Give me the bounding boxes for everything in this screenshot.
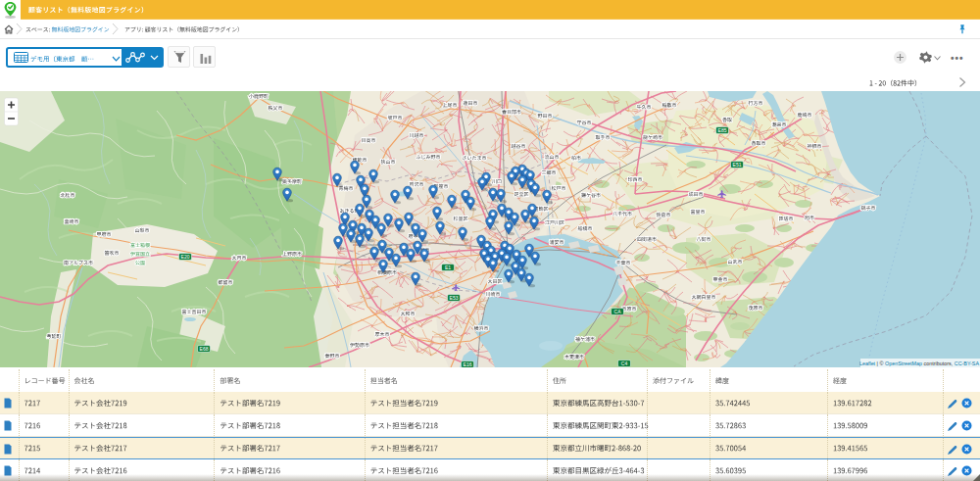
- svg-text:E1: E1: [445, 265, 451, 270]
- svg-text:C4: C4: [621, 361, 628, 366]
- svg-text:Leaflet | © OpenStreetMap cont: Leaflet | © OpenStreetMap contributors, …: [859, 361, 979, 366]
- svg-text:E51: E51: [733, 162, 742, 168]
- svg-text:E53: E53: [450, 295, 459, 301]
- svg-text:CA: CA: [614, 309, 622, 314]
- svg-text:E20: E20: [181, 254, 190, 260]
- svg-text:E85: E85: [718, 127, 727, 133]
- svg-text:E68: E68: [200, 346, 209, 352]
